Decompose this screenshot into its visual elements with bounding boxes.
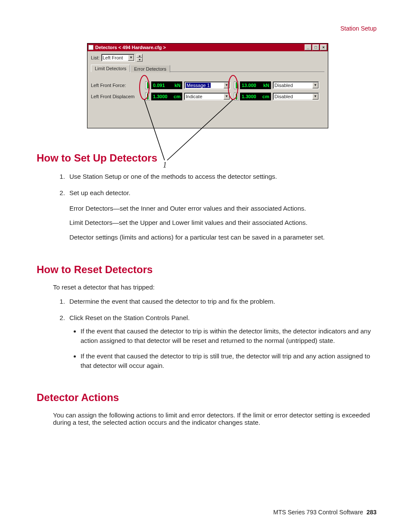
lower-limit-input[interactable]: 13.000 kN	[240, 81, 271, 89]
close-button[interactable]: ×	[320, 44, 327, 50]
upper-action-value: Indicate	[186, 94, 202, 99]
lower-indicator[interactable]	[234, 93, 239, 100]
lower-action-select[interactable]: Disabled ▼	[273, 81, 319, 89]
upper-limit-input[interactable]: 0.091 kN	[151, 81, 182, 89]
detector-row: Left Front Force: 0.091 kN Message 1 ▼	[91, 81, 324, 91]
running-header: Station Setup	[340, 25, 377, 32]
reset-intro: To reset a detector that has tripped:	[53, 283, 379, 291]
upper-action-value: Message 1	[186, 83, 211, 88]
heading-actions: Detector Actions	[37, 392, 379, 404]
lower-indicator[interactable]	[234, 81, 239, 89]
lower-limit-unit: kN	[263, 83, 269, 88]
upper-limit-unit: cm	[174, 94, 181, 99]
list-item: Set up each detector. Error Detectors—se…	[67, 188, 379, 242]
indicator-bar-icon	[236, 82, 237, 88]
step-text: Set up each detector.	[69, 189, 131, 196]
chevron-down-icon[interactable]: ▼	[224, 82, 230, 88]
page-number: 283	[367, 509, 377, 516]
list-spinner[interactable]: ▲ ▼	[137, 54, 143, 62]
heading-setup: How to Set Up Detectors	[37, 152, 379, 164]
row-label: Left Front Displacem	[91, 94, 143, 99]
titlebar[interactable]: Detectors < 494 Hardware.cfg > _ □ ×	[87, 44, 328, 51]
indicator-bar-icon	[147, 82, 149, 88]
chevron-down-icon[interactable]: ▼	[224, 93, 230, 100]
indicator-bar-icon	[147, 93, 149, 100]
app-icon	[88, 45, 93, 50]
lower-action-select[interactable]: Disabled ▼	[273, 93, 319, 100]
upper-action-select[interactable]: Indicate ▼	[184, 93, 230, 100]
spin-down-icon[interactable]: ▼	[137, 58, 143, 62]
upper-action-select[interactable]: Message 1 ▼	[184, 81, 230, 89]
list-label: List:	[91, 55, 100, 60]
tab-error-detectors[interactable]: Error Detectors	[130, 65, 170, 72]
window-title: Detectors < 494 Hardware.cfg >	[95, 44, 166, 51]
lower-limit-unit: cm	[262, 94, 269, 99]
setup-steps: Use Station Setup or one of the methods …	[67, 172, 379, 242]
chevron-down-icon[interactable]: ▼	[312, 93, 318, 100]
lower-action-value: Disabled	[274, 83, 293, 88]
maximize-button[interactable]: □	[312, 44, 319, 50]
callout-label: 1	[163, 161, 167, 170]
indicator-bar-icon	[236, 93, 237, 100]
sub-line: Limit Detectors—set the Upper and Lower …	[69, 218, 379, 227]
lower-limit-value: 1.3000	[242, 94, 256, 99]
minimize-button[interactable]: _	[305, 44, 311, 50]
page-footer: MTS Series 793 Control Software 283	[273, 509, 377, 516]
upper-limit-value: 1.3000	[153, 94, 168, 99]
actions-body: You can assign the following actions to …	[53, 411, 379, 426]
footer-text: MTS Series 793 Control Software	[273, 509, 363, 516]
bullet-item: If the event that caused the detector to…	[81, 327, 379, 345]
lower-limit-input[interactable]: 1.3000 cm	[240, 93, 271, 100]
upper-limit-input[interactable]: 1.3000 cm	[151, 93, 182, 100]
detectors-window: Detectors < 494 Hardware.cfg > _ □ × Lis…	[87, 43, 328, 128]
lower-action-value: Disabled	[274, 94, 293, 99]
sub-line: Detector settings (limits and actions) f…	[69, 233, 379, 242]
list-combo-value: Left Front	[103, 55, 123, 60]
upper-indicator[interactable]	[145, 81, 150, 89]
upper-indicator[interactable]	[145, 93, 150, 100]
lower-limit-value: 13.000	[242, 83, 256, 88]
heading-reset: How to Reset Detectors	[37, 264, 379, 276]
upper-limit-unit: kN	[174, 83, 181, 88]
row-label: Left Front Force:	[91, 83, 143, 88]
bullet-item: If the event that caused the detector to…	[81, 352, 379, 370]
reset-steps: Determine the event that caused the dete…	[67, 297, 379, 370]
upper-limit-value: 0.091	[153, 83, 165, 88]
spin-up-icon[interactable]: ▲	[137, 54, 143, 58]
detector-row: Left Front Displacem 1.3000 cm Indicate …	[91, 93, 324, 102]
step-text: Click Reset on the Station Controls Pane…	[69, 314, 190, 321]
list-item: Click Reset on the Station Controls Pane…	[67, 313, 379, 370]
tab-limit-detectors[interactable]: Limit Detectors	[91, 65, 130, 72]
chevron-down-icon[interactable]: ▼	[312, 82, 318, 88]
list-item: Determine the event that caused the dete…	[67, 297, 379, 306]
list-item: Use Station Setup or one of the methods …	[67, 172, 379, 181]
list-combo[interactable]: Left Front ▼	[101, 54, 135, 62]
chevron-down-icon[interactable]: ▼	[128, 55, 134, 61]
sub-line: Error Detectors—set the Inner and Outer …	[69, 204, 379, 213]
